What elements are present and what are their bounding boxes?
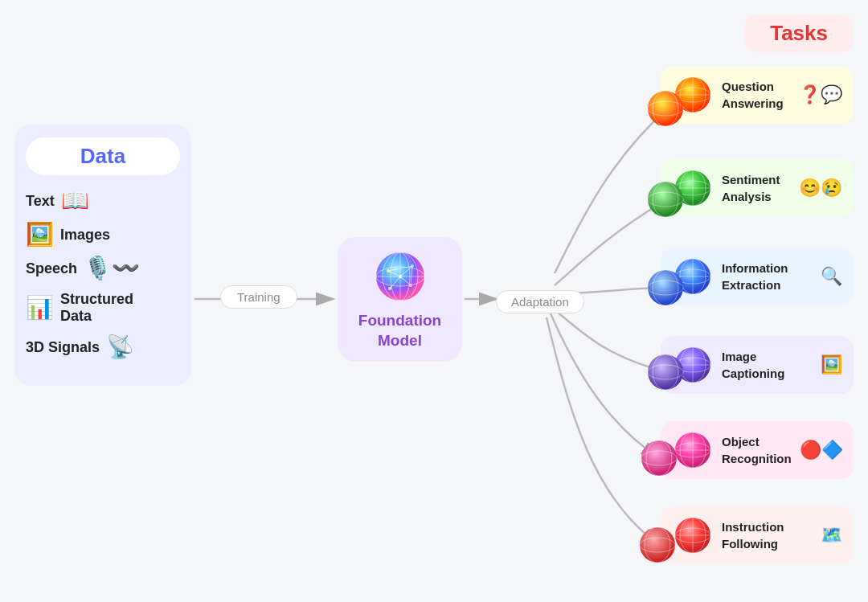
- if-icon: 🗺️: [821, 525, 842, 546]
- training-label: Training: [220, 285, 297, 309]
- data-panel: Data Text 📖 🖼️ Images Speech 🎙️〰️ 📊 Stru…: [14, 125, 191, 386]
- ic-icon: 🖼️: [821, 354, 842, 375]
- tasks-header: Tasks: [744, 14, 854, 52]
- or-icon: 🔴🔷: [800, 440, 843, 461]
- if-label: InstructionFollowing: [722, 520, 784, 551]
- speech-label: Speech: [26, 260, 77, 277]
- ic-label: ImageCaptioning: [722, 350, 784, 380]
- data-item-speech: Speech 🎙️〰️: [26, 257, 180, 280]
- sentiment-globe-icon: [672, 167, 714, 209]
- ie-icon: 🔍: [821, 266, 842, 287]
- or-label: ObjectRecognition: [722, 435, 792, 465]
- images-icon: 🖼️: [26, 223, 54, 246]
- structured-label: StructuredData: [60, 291, 133, 325]
- task-card-qa: QuestionAnswering ❓💬: [661, 66, 854, 124]
- qa-globe-icon: [672, 74, 714, 116]
- task-card-sentiment: SentimentAnalysis 😊😢: [661, 159, 854, 217]
- task-card-or: ObjectRecognition 🔴🔷: [661, 421, 854, 479]
- data-item-text: Text 📖: [26, 190, 180, 212]
- if-globe-icon: [672, 514, 714, 556]
- 3d-icon: 📡: [106, 336, 134, 358]
- images-label: Images: [60, 227, 110, 244]
- adaptation-label: Adaptation: [496, 290, 584, 313]
- foundation-model-box: FoundationModel: [338, 237, 462, 362]
- ie-globe-icon: [672, 256, 714, 297]
- qa-icon: ❓💬: [799, 84, 842, 105]
- text-label: Text: [26, 193, 55, 210]
- 3d-label: 3D Signals: [26, 339, 100, 356]
- tasks-title: Tasks: [770, 21, 828, 45]
- sentiment-icon: 😊😢: [799, 178, 842, 199]
- ic-globe-icon: [672, 344, 714, 386]
- qa-label: QuestionAnswering: [722, 80, 784, 110]
- data-item-images: 🖼️ Images: [26, 223, 180, 246]
- data-item-3d: 3D Signals 📡: [26, 336, 180, 358]
- sentiment-label: SentimentAnalysis: [722, 173, 780, 203]
- data-title: Data: [80, 144, 125, 168]
- task-card-ic: ImageCaptioning 🖼️: [661, 336, 854, 394]
- foundation-globe-icon: [372, 248, 428, 305]
- data-title-box: Data: [26, 137, 180, 175]
- text-icon: 📖: [61, 190, 89, 212]
- task-card-ie: InformationExtraction 🔍: [661, 248, 854, 305]
- structured-icon: 📊: [26, 297, 54, 319]
- ie-label: InformationExtraction: [722, 261, 788, 292]
- task-card-if: InstructionFollowing 🗺️: [661, 506, 854, 564]
- speech-icon: 🎙️〰️: [84, 257, 140, 280]
- data-item-structured: 📊 StructuredData: [26, 291, 180, 325]
- foundation-label: FoundationModel: [358, 311, 441, 350]
- or-globe-icon: [672, 429, 714, 471]
